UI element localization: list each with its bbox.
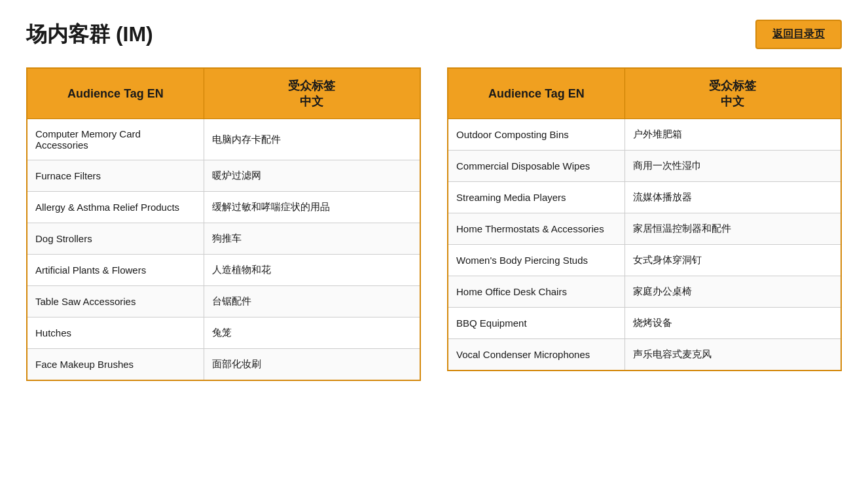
right-table-wrapper: Audience Tag EN 受众标签中文 Outdoor Compostin… [447, 67, 842, 371]
left-cell-en-4: Artificial Plants & Flowers [27, 255, 204, 286]
page-header: 场内客群 (IM) 返回目录页 [26, 20, 842, 49]
table-row: Artificial Plants & Flowers 人造植物和花 [27, 255, 420, 286]
table-row: Home Thermostats & Accessories 家居恒温控制器和配… [448, 213, 841, 245]
right-cell-en-1: Commercial Disposable Wipes [448, 151, 624, 182]
table-row: Face Makeup Brushes 面部化妆刷 [27, 349, 420, 381]
left-cell-zh-6: 兔笼 [204, 317, 420, 349]
left-cell-en-3: Dog Strollers [27, 223, 204, 255]
tables-container: Audience Tag EN 受众标签中文 Computer Memory C… [26, 67, 842, 381]
right-cell-en-2: Streaming Media Players [448, 182, 624, 213]
right-table-header-row: Audience Tag EN 受众标签中文 [448, 68, 841, 119]
left-cell-zh-7: 面部化妆刷 [204, 349, 420, 381]
right-cell-en-3: Home Thermostats & Accessories [448, 213, 624, 245]
table-row: Computer Memory Card Accessories 电脑内存卡配件 [27, 119, 420, 160]
left-table-header-row: Audience Tag EN 受众标签中文 [27, 68, 420, 119]
left-cell-en-0: Computer Memory Card Accessories [27, 119, 204, 160]
left-cell-zh-3: 狗推车 [204, 223, 420, 255]
left-table: Audience Tag EN 受众标签中文 Computer Memory C… [26, 67, 421, 381]
left-cell-en-2: Allergy & Asthma Relief Products [27, 192, 204, 223]
right-cell-zh-1: 商用一次性湿巾 [624, 151, 841, 182]
table-row: BBQ Equipment 烧烤设备 [448, 308, 841, 339]
right-table: Audience Tag EN 受众标签中文 Outdoor Compostin… [447, 67, 842, 371]
right-header-col2: 受众标签中文 [624, 68, 841, 119]
table-row: Home Office Desk Chairs 家庭办公桌椅 [448, 276, 841, 308]
table-row: Women's Body Piercing Studs 女式身体穿洞钉 [448, 245, 841, 276]
right-cell-en-6: BBQ Equipment [448, 308, 624, 339]
right-cell-zh-6: 烧烤设备 [624, 308, 841, 339]
right-cell-zh-0: 户外堆肥箱 [624, 119, 841, 151]
right-cell-en-7: Vocal Condenser Microphones [448, 339, 624, 371]
table-row: Allergy & Asthma Relief Products 缓解过敏和哮喘… [27, 192, 420, 223]
right-cell-en-4: Women's Body Piercing Studs [448, 245, 624, 276]
right-cell-zh-7: 声乐电容式麦克风 [624, 339, 841, 371]
left-cell-en-6: Hutches [27, 317, 204, 349]
left-cell-en-7: Face Makeup Brushes [27, 349, 204, 381]
left-cell-zh-0: 电脑内存卡配件 [204, 119, 420, 160]
table-row: Furnace Filters 暖炉过滤网 [27, 160, 420, 192]
left-cell-en-5: Table Saw Accessories [27, 286, 204, 317]
right-cell-zh-5: 家庭办公桌椅 [624, 276, 841, 308]
table-row: Hutches 兔笼 [27, 317, 420, 349]
left-cell-en-1: Furnace Filters [27, 160, 204, 192]
table-row: Table Saw Accessories 台锯配件 [27, 286, 420, 317]
back-button[interactable]: 返回目录页 [755, 20, 842, 49]
left-header-col1: Audience Tag EN [27, 68, 204, 119]
table-row: Vocal Condenser Microphones 声乐电容式麦克风 [448, 339, 841, 371]
right-cell-en-5: Home Office Desk Chairs [448, 276, 624, 308]
page-title: 场内客群 (IM) [26, 20, 153, 49]
right-cell-zh-3: 家居恒温控制器和配件 [624, 213, 841, 245]
left-header-col2: 受众标签中文 [204, 68, 420, 119]
header-right: 返回目录页 [755, 20, 842, 49]
left-table-wrapper: Audience Tag EN 受众标签中文 Computer Memory C… [26, 67, 421, 381]
right-header-col1: Audience Tag EN [448, 68, 624, 119]
table-row: Dog Strollers 狗推车 [27, 223, 420, 255]
right-cell-zh-2: 流媒体播放器 [624, 182, 841, 213]
right-cell-en-0: Outdoor Composting Bins [448, 119, 624, 151]
left-cell-zh-1: 暖炉过滤网 [204, 160, 420, 192]
right-cell-zh-4: 女式身体穿洞钉 [624, 245, 841, 276]
table-row: Outdoor Composting Bins 户外堆肥箱 [448, 119, 841, 151]
left-cell-zh-5: 台锯配件 [204, 286, 420, 317]
table-row: Commercial Disposable Wipes 商用一次性湿巾 [448, 151, 841, 182]
table-row: Streaming Media Players 流媒体播放器 [448, 182, 841, 213]
left-cell-zh-2: 缓解过敏和哮喘症状的用品 [204, 192, 420, 223]
left-cell-zh-4: 人造植物和花 [204, 255, 420, 286]
